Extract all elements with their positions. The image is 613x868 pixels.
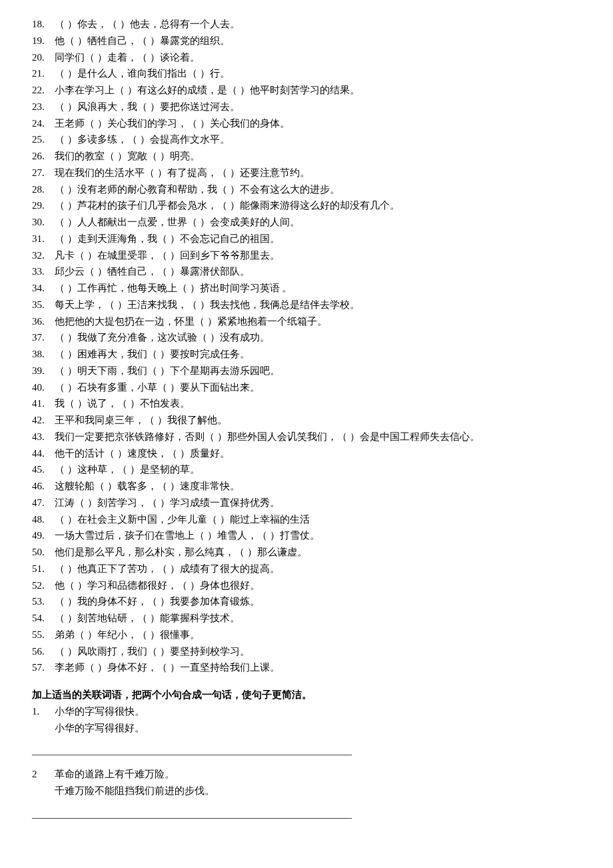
item-number: 52. [32,577,55,594]
exercise-item: 57.李老师（ ）身体不好，（ ）一直坚持给我们上课。 [32,659,581,676]
item-text: 邱少云（ ）牺牲自己，（ ）暴露潜伏部队。 [55,263,250,280]
item-text: （ ）走到天涯海角，我（ ）不会忘记自己的祖国。 [55,231,280,247]
exercise-item: 39.（ ）明天下雨，我们（ ）下个星期再去游乐园吧。 [32,363,581,379]
exercise-item: 36.他把他的大提包扔在一边，怀里（ ）紧紧地抱着一个纸箱子。 [32,313,581,330]
item-number: 35. [32,297,55,313]
item-number: 48. [32,511,55,528]
item-number: 54. [32,610,55,627]
combine-line-a: 小华的字写得很快。 [55,703,145,720]
item-number: 37. [32,329,55,346]
item-number: 53. [32,593,55,610]
item-text: 现在我们的生活水平（ ）有了提高，（ ）还要注意节约。 [55,165,310,181]
answer-blank-line: ________________________________________… [32,806,581,823]
item-text: 江涛（ ）刻苦学习，（ ）学习成绩一直保持优秀。 [55,495,280,511]
exercise-item: 33.邱少云（ ）牺牲自己，（ ）暴露潜伏部队。 [32,263,581,280]
item-number: 49. [32,527,55,544]
item-text: 这艘轮船（ ）载客多，（ ）速度非常快。 [55,478,240,495]
item-text: 我们的教室（ ）宽敞（ ）明亮。 [55,148,200,165]
item-text: （ ）芦花村的孩子们几乎都会凫水，（ ）能像雨来游得这么好的却没有几个。 [55,197,400,214]
exercise-item: 25.（ ）多读多练，（ ）会提高作文水平。 [32,131,581,148]
combine-line-a: 革命的道路上有千难万险。 [55,766,175,783]
item-text: （ ）我的身体不好，（ ）我要参加体育锻炼。 [55,593,260,610]
item-number: 42. [32,412,55,429]
item-number: 30. [32,214,55,231]
exercise-item: 18.（ ）你去，（ ）他去，总得有一个人去。 [32,16,581,33]
item-number: 28. [32,181,55,198]
item-text: 弟弟（ ）年纪小，（ ）很懂事。 [55,627,200,643]
item-text: 他干的活计（ ）速度快，（ ）质量好。 [55,445,230,462]
item-number: 38. [32,346,55,363]
exercise-item: 19.他（ ）牺牲自己，（ ）暴露党的组织。 [32,33,581,49]
exercise-item: 23.（ ）风浪再大，我（ ）要把你送过河去。 [32,99,581,115]
item-text: 我（ ）说了，（ ）不怕发表。 [55,395,190,412]
exercise-item: 24.王老师（ ）关心我们的学习，（ ）关心我们的身体。 [32,115,581,132]
exercise-item: 40.（ ）石块有多重，小草（ ）要从下面钻出来。 [32,379,581,396]
exercise-item: 42.王平和我同桌三年，（ ）我很了解他。 [32,412,581,429]
item-text: （ ）明天下雨，我们（ ）下个星期再去游乐园吧。 [55,363,280,379]
exercise-item: 49.一场大雪过后，孩子们在雪地上（ ）堆雪人，（ ）打雪仗。 [32,527,581,544]
item-number: 18. [32,16,55,33]
combine-line-b: 小华的字写得很好。 [55,720,581,737]
item-number: 24. [32,115,55,132]
exercise-item: 37.（ ）我做了充分准备，这次试验（ ）没有成功。 [32,329,581,346]
item-number: 56. [32,643,55,660]
exercise-item: 22.小李在学习上（ ）有这么好的成绩，是（ ）他平时刻苦学习的结果。 [32,82,581,99]
item-text: （ ）你去，（ ）他去，总得有一个人去。 [55,16,240,33]
item-number: 29. [32,197,55,214]
exercise-item: 55.弟弟（ ）年纪小，（ ）很懂事。 [32,627,581,643]
exercise-item: 52.他（ ）学习和品德都很好，（ ）身体也很好。 [32,577,581,594]
exercise-item: 48.（ ）在社会主义新中国，少年儿童（ ）能过上幸福的生活 [32,511,581,528]
item-number: 27. [32,165,55,181]
item-number: 22. [32,82,55,99]
item-number: 47. [32,495,55,511]
item-text: 我们一定要把京张铁路修好，否则（ ）那些外国人会讥笑我们，（ ）会是中国工程师失… [55,429,480,445]
item-number: 26. [32,148,55,165]
combine-item: 2革命的道路上有千难万险。 [32,766,581,783]
item-number: 23. [32,99,55,115]
exercise-item: 26.我们的教室（ ）宽敞（ ）明亮。 [32,148,581,165]
item-text: 每天上学，（ ）王洁来找我，（ ）我去找他，我俩总是结伴去学校。 [55,297,360,313]
item-text: （ ）他真正下了苦功，（ ）成绩有了很大的提高。 [55,561,280,577]
item-text: 一场大雪过后，孩子们在雪地上（ ）堆雪人，（ ）打雪仗。 [55,527,320,544]
item-text: （ ）我做了充分准备，这次试验（ ）没有成功。 [55,329,270,346]
item-number: 32. [32,247,55,264]
item-number: 44. [32,445,55,462]
exercise-item: 51.（ ）他真正下了苦功，（ ）成绩有了很大的提高。 [32,561,581,577]
item-number: 25. [32,131,55,148]
item-number: 45. [32,461,55,478]
item-text: 小李在学习上（ ）有这么好的成绩，是（ ）他平时刻苦学习的结果。 [55,82,360,99]
item-text: 同学们（ ）走着，（ ）谈论着。 [55,49,200,66]
item-number: 55. [32,627,55,643]
item-text: （ ）风吹雨打，我们（ ）要坚持到校学习。 [55,643,250,660]
exercise-item: 43.我们一定要把京张铁路修好，否则（ ）那些外国人会讥笑我们，（ ）会是中国工… [32,429,581,445]
item-number: 21. [32,65,55,82]
exercise-item: 56.（ ）风吹雨打，我们（ ）要坚持到校学习。 [32,643,581,660]
combine-line-b: 千难万险不能阻挡我们前进的步伐。 [55,783,581,799]
answer-blank-line: ________________________________________… [32,743,581,759]
item-text: 他们是那么平凡，那么朴实，那么纯真，（ ）那么谦虚。 [55,544,307,561]
exercise-item: 45.（ ）这种草，（ ）是坚韧的草。 [32,461,581,478]
item-text: 凡卡（ ）在城里受罪，（ ）回到乡下爷爷那里去。 [55,247,280,264]
item-text: 王平和我同桌三年，（ ）我很了解他。 [55,412,227,429]
exercise-item: 47.江涛（ ）刻苦学习，（ ）学习成绩一直保持优秀。 [32,495,581,511]
item-number: 33. [32,263,55,280]
exercise-item: 21.（ ）是什么人，谁向我们指出（ ）行。 [32,65,581,82]
item-text: 他（ ）牺牲自己，（ ）暴露党的组织。 [55,33,230,49]
exercise-item: 32.凡卡（ ）在城里受罪，（ ）回到乡下爷爷那里去。 [32,247,581,264]
item-text: （ ）人人都献出一点爱，世界（ ）会变成美好的人间。 [55,214,300,231]
item-text: 王老师（ ）关心我们的学习，（ ）关心我们的身体。 [55,115,290,132]
exercise-item: 46.这艘轮船（ ）载客多，（ ）速度非常快。 [32,478,581,495]
item-number: 57. [32,659,55,676]
item-number: 40. [32,379,55,396]
exercise-item: 28.（ ）没有老师的耐心教育和帮助，我（ ）不会有这么大的进步。 [32,181,581,198]
combine-number: 1. [32,703,55,720]
exercise-item: 20.同学们（ ）走着，（ ）谈论着。 [32,49,581,66]
item-text: （ ）没有老师的耐心教育和帮助，我（ ）不会有这么大的进步。 [55,181,340,198]
combine-number: 2 [32,766,55,783]
item-text: （ ）多读多练，（ ）会提高作文水平。 [55,131,230,148]
item-text: （ ）在社会主义新中国，少年儿童（ ）能过上幸福的生活 [55,511,310,528]
exercise-item: 38.（ ）困难再大，我们（ ）要按时完成任务。 [32,346,581,363]
item-number: 51. [32,561,55,577]
exercise-item: 27.现在我们的生活水平（ ）有了提高，（ ）还要注意节约。 [32,165,581,181]
exercise-item: 54.（ ）刻苦地钻研，（ ）能掌握科学技术。 [32,610,581,627]
